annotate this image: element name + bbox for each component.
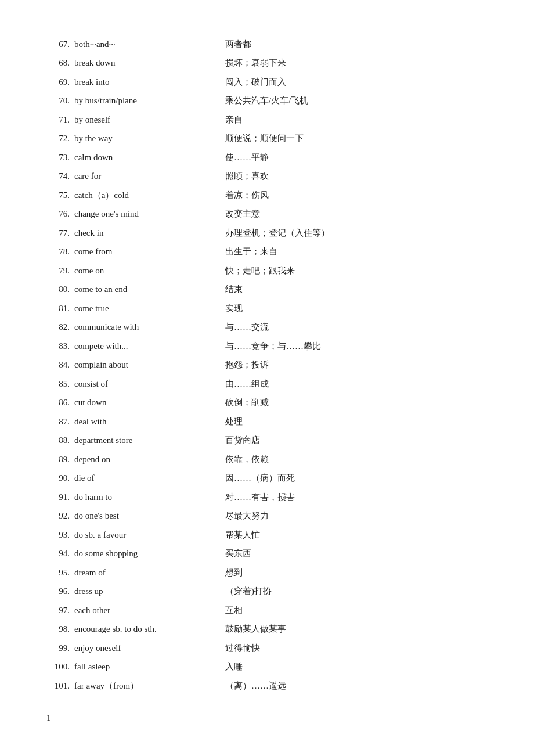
- item-chinese: 着凉；伤风: [225, 188, 269, 203]
- item-english: cut down: [74, 395, 225, 411]
- item-number: 90.: [46, 471, 74, 486]
- item-number: 101.: [46, 679, 74, 694]
- item-chinese: 两者都: [225, 37, 251, 52]
- item-chinese: 出生于；来自: [225, 244, 277, 260]
- item-number: 89.: [46, 452, 74, 467]
- item-chinese: 照顾；喜欢: [225, 169, 269, 184]
- item-english: encourage sb. to do sth.: [74, 622, 225, 637]
- item-number: 80.: [46, 282, 74, 297]
- item-english: by oneself: [74, 113, 225, 128]
- item-number: 92.: [46, 509, 74, 524]
- item-chinese: 抱怨；投诉: [225, 358, 269, 373]
- item-number: 95.: [46, 566, 74, 581]
- list-item: 77.check in办理登机；登记（入住等）: [46, 224, 488, 243]
- item-number: 97.: [46, 603, 74, 618]
- item-number: 78.: [46, 244, 74, 260]
- item-number: 75.: [46, 188, 74, 203]
- item-english: break into: [74, 75, 225, 90]
- list-item: 86.cut down砍倒；削减: [46, 394, 488, 413]
- list-item: 94.do some shopping买东西: [46, 545, 488, 564]
- item-number: 98.: [46, 622, 74, 637]
- item-number: 94.: [46, 546, 74, 561]
- item-chinese: 使……平静: [225, 150, 269, 165]
- list-item: 92.do one's best尽最大努力: [46, 507, 488, 526]
- list-item: 70.by bus/train/plane乘公共汽车/火车/飞机: [46, 92, 488, 111]
- item-chinese: 想到: [225, 566, 243, 581]
- item-english: come from: [74, 244, 225, 260]
- item-chinese: 乘公共汽车/火车/飞机: [225, 93, 308, 109]
- list-item: 85.consist of由……组成: [46, 375, 488, 394]
- item-number: 81.: [46, 301, 74, 316]
- item-english: depend on: [74, 452, 225, 467]
- item-english: break down: [74, 56, 225, 71]
- item-number: 100.: [46, 660, 74, 675]
- item-chinese: 快；走吧；跟我来: [225, 264, 295, 279]
- list-item: 78.come from出生于；来自: [46, 243, 488, 262]
- item-number: 86.: [46, 395, 74, 411]
- item-number: 82.: [46, 320, 74, 335]
- item-english: complain about: [74, 358, 225, 373]
- item-number: 70.: [46, 93, 74, 109]
- item-number: 84.: [46, 358, 74, 373]
- item-chinese: （穿着)打扮: [225, 584, 272, 599]
- item-chinese: （离）……遥远: [225, 679, 286, 694]
- item-number: 76.: [46, 207, 74, 222]
- list-item: 67.both···and···两者都: [46, 35, 488, 54]
- item-chinese: 闯入；破门而入: [225, 75, 286, 90]
- item-chinese: 亲自: [225, 113, 243, 128]
- item-english: do harm to: [74, 490, 225, 505]
- item-number: 72.: [46, 131, 74, 146]
- list-item: 68.break down损坏；衰弱下来: [46, 54, 488, 73]
- item-number: 88.: [46, 433, 74, 448]
- item-chinese: 损坏；衰弱下来: [225, 56, 286, 71]
- item-english: come to an end: [74, 282, 225, 297]
- item-number: 87.: [46, 415, 74, 430]
- item-number: 69.: [46, 75, 74, 90]
- list-item: 74.care for照顾；喜欢: [46, 167, 488, 186]
- item-chinese: 与……竞争；与……攀比: [225, 339, 321, 354]
- item-english: care for: [74, 169, 225, 184]
- item-english: dress up: [74, 584, 225, 599]
- list-item: 91.do harm to对……有害，损害: [46, 488, 488, 507]
- list-item: 75.catch（a）cold着凉；伤风: [46, 186, 488, 205]
- list-item: 98.encourage sb. to do sth.鼓励某人做某事: [46, 620, 488, 639]
- list-item: 87.deal with处理: [46, 412, 488, 431]
- item-english: compete with...: [74, 339, 225, 354]
- item-number: 74.: [46, 169, 74, 184]
- list-item: 95.dream of想到: [46, 563, 488, 582]
- list-item: 101.far away（from）（离）……遥远: [46, 676, 488, 696]
- list-item: 83.compete with...与……竞争；与……攀比: [46, 337, 488, 356]
- item-number: 79.: [46, 264, 74, 279]
- item-chinese: 过得愉快: [225, 641, 260, 656]
- item-number: 68.: [46, 56, 74, 71]
- list-item: 76.change one's mind改变主意: [46, 205, 488, 224]
- list-item: 80.come to an end结束: [46, 280, 488, 300]
- item-number: 73.: [46, 150, 74, 165]
- item-chinese: 依靠，依赖: [225, 452, 269, 467]
- item-english: enjoy oneself: [74, 641, 225, 656]
- item-chinese: 办理登机；登记（入住等）: [225, 226, 330, 241]
- item-english: calm down: [74, 150, 225, 165]
- item-number: 67.: [46, 37, 74, 52]
- list-item: 100.fall asleep入睡: [46, 658, 488, 677]
- item-number: 99.: [46, 641, 74, 656]
- item-english: catch（a）cold: [74, 188, 225, 203]
- item-chinese: 因……（病）而死: [225, 471, 295, 486]
- item-chinese: 百货商店: [225, 433, 260, 448]
- item-english: deal with: [74, 415, 225, 430]
- item-english: do sb. a favour: [74, 528, 225, 543]
- list-item: 71.by oneself亲自: [46, 110, 488, 129]
- list-item: 97.each other互相: [46, 601, 488, 620]
- list-item: 82.communicate with与……交流: [46, 318, 488, 337]
- item-english: by bus/train/plane: [74, 93, 225, 109]
- item-number: 85.: [46, 377, 74, 392]
- item-english: do one's best: [74, 509, 225, 524]
- item-chinese: 尽最大努力: [225, 509, 269, 524]
- item-chinese: 互相: [225, 603, 243, 618]
- item-english: do some shopping: [74, 546, 225, 561]
- item-chinese: 帮某人忙: [225, 528, 260, 543]
- list-item: 72.by the way顺便说；顺便问一下: [46, 129, 488, 149]
- item-number: 71.: [46, 113, 74, 128]
- list-item: 96.dress up（穿着)打扮: [46, 582, 488, 602]
- item-english: come on: [74, 264, 225, 279]
